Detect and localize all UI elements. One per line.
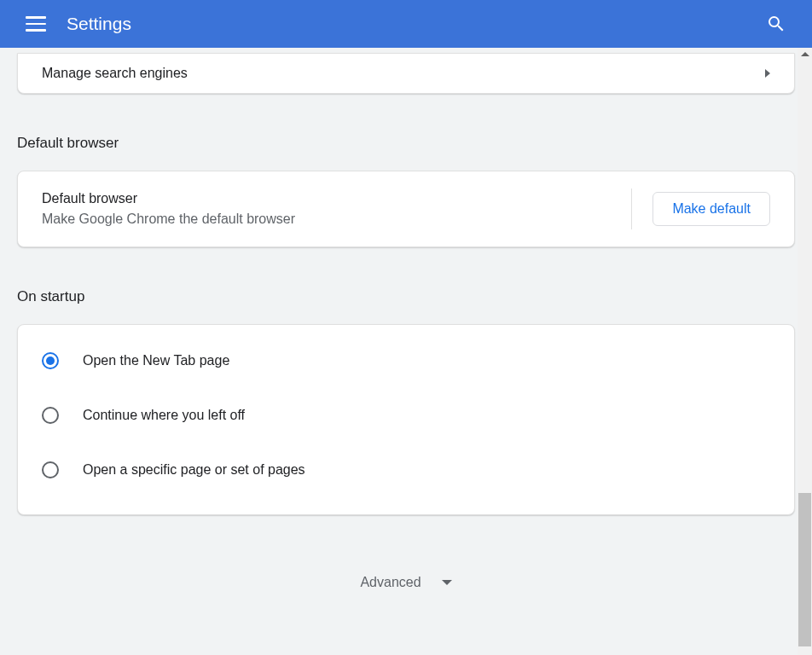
manage-search-engines-row[interactable]: Manage search engines <box>18 54 794 93</box>
advanced-label: Advanced <box>360 575 420 590</box>
search-icon[interactable] <box>766 14 786 34</box>
page-title: Settings <box>67 14 131 34</box>
startup-option-specific-pages[interactable]: Open a specific page or set of pages <box>42 443 770 497</box>
default-browser-description: Make Google Chrome the default browser <box>42 212 295 227</box>
default-browser-text: Default browser Make Google Chrome the d… <box>42 191 295 227</box>
startup-option-new-tab[interactable]: Open the New Tab page <box>42 333 770 388</box>
radio-icon <box>42 407 59 424</box>
settings-content: Manage search engines Default browser De… <box>0 53 812 590</box>
default-browser-section-title: Default browser <box>17 135 795 152</box>
startup-option-label: Open a specific page or set of pages <box>83 462 305 478</box>
divider <box>631 188 632 229</box>
on-startup-card: Open the New Tab page Continue where you… <box>17 324 795 515</box>
search-engines-card: Manage search engines <box>17 53 795 94</box>
app-header: Settings <box>0 0 812 48</box>
menu-icon[interactable] <box>26 14 46 34</box>
radio-icon <box>42 352 59 369</box>
scrollbar-up-icon[interactable] <box>801 52 809 56</box>
startup-option-label: Open the New Tab page <box>83 353 229 368</box>
startup-option-label: Continue where you left off <box>83 408 245 423</box>
default-browser-card: Default browser Make Google Chrome the d… <box>17 171 795 247</box>
radio-icon <box>42 461 59 478</box>
on-startup-section-title: On startup <box>17 288 795 305</box>
make-default-button[interactable]: Make default <box>652 192 770 226</box>
chevron-down-icon <box>442 580 452 585</box>
chevron-right-icon <box>765 69 770 78</box>
scrollbar-thumb[interactable] <box>798 493 811 646</box>
manage-search-engines-label: Manage search engines <box>42 66 188 81</box>
advanced-toggle[interactable]: Advanced <box>17 575 795 590</box>
default-browser-label: Default browser <box>42 191 295 206</box>
startup-option-continue[interactable]: Continue where you left off <box>42 388 770 443</box>
